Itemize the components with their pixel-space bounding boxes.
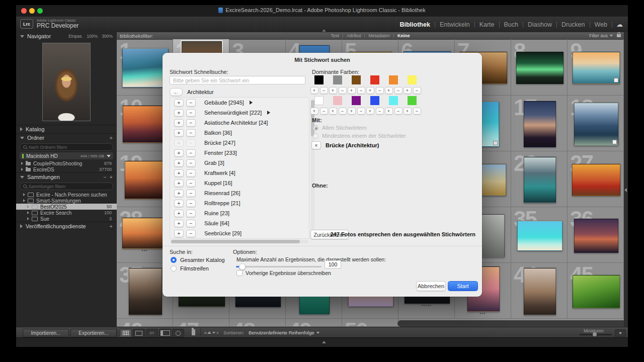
keyword-expand-icon[interactable] xyxy=(250,101,253,105)
filter-option-keine[interactable]: Keine xyxy=(394,33,414,38)
keyword-label[interactable]: Säule [64] xyxy=(204,220,229,226)
right-panel-collapsed[interactable] xyxy=(624,32,628,327)
painter-spray-icon[interactable] xyxy=(192,329,195,335)
color-swatch-2-4[interactable] xyxy=(389,96,398,105)
color-swatch-2-5[interactable] xyxy=(408,96,417,105)
keyword-label[interactable]: Kuppel [16] xyxy=(204,180,232,186)
add-collection-icon[interactable]: + xyxy=(110,174,113,180)
grid-cell-46[interactable]: 46 xyxy=(117,319,173,327)
radio-any-keyword[interactable]: Mindestens einem der Stichwörter xyxy=(313,133,406,139)
expand-triangle-icon[interactable] xyxy=(21,162,23,165)
keyword-exclude-button[interactable]: − xyxy=(186,230,196,237)
max-results-slider[interactable] xyxy=(236,266,321,267)
expand-triangle-icon[interactable] xyxy=(27,217,29,220)
filmstrip-expand-icon[interactable] xyxy=(322,341,326,343)
remove-keyword-button[interactable]: × xyxy=(311,141,321,149)
color-swatch-1-0[interactable] xyxy=(314,75,324,84)
keyword-exclude-button[interactable]: − xyxy=(186,149,196,157)
cancel-button[interactable]: Abbrechen xyxy=(416,281,446,291)
photo-thumbnail[interactable] xyxy=(129,268,162,315)
keyword-exclude-button[interactable]: − xyxy=(186,119,196,127)
keyword-exclude-button[interactable]: − xyxy=(186,99,196,107)
grid-cell-48[interactable]: 48 xyxy=(229,319,286,327)
filter-option-text[interactable]: Text xyxy=(327,33,343,38)
color-exclude-button[interactable]: − xyxy=(339,108,347,115)
grid-cell-50[interactable]: 50 xyxy=(342,319,398,327)
grid-cell-44[interactable]: 44 xyxy=(511,263,568,319)
katalog-panel-header[interactable]: Katalog xyxy=(16,125,117,133)
color-swatch-1-5[interactable] xyxy=(408,75,417,84)
module-drucken[interactable]: Drucken xyxy=(557,21,590,28)
grid-cell-27[interactable]: 27 xyxy=(568,151,624,207)
keyword-label[interactable]: Balkon [36] xyxy=(204,130,232,136)
keyword-add-button[interactable]: + xyxy=(174,220,184,227)
color-exclude-button[interactable]: − xyxy=(376,108,384,115)
photo-thumbnail[interactable] xyxy=(122,48,169,87)
grid-cell-9[interactable]: 9 xyxy=(568,39,624,96)
module-web[interactable]: Web xyxy=(590,21,612,28)
keyword-exclude-button[interactable]: − xyxy=(186,109,196,117)
collection-row[interactable]: BestOf202550 xyxy=(16,204,117,210)
color-swatch-2-3[interactable] xyxy=(370,96,379,105)
keyword-add-button[interactable]: + xyxy=(174,210,184,217)
max-results-input[interactable]: 100 xyxy=(325,260,341,268)
color-exclude-button[interactable]: − xyxy=(357,108,365,115)
sort-direction-icon[interactable]: az xyxy=(204,330,218,335)
color-add-button[interactable]: + xyxy=(385,87,393,94)
folder-row[interactable]: CouplePhotoShooting879 xyxy=(16,160,117,166)
expand-triangle-icon[interactable] xyxy=(23,193,25,196)
add-service-icon[interactable]: + xyxy=(110,223,113,229)
remove-collection-icon[interactable]: − xyxy=(103,174,106,180)
keyword-add-button[interactable]: + xyxy=(174,129,184,137)
filter-lock-icon[interactable] xyxy=(617,34,621,37)
navigator-zoom-100[interactable]: 100% xyxy=(87,34,98,39)
photo-thumbnail[interactable] xyxy=(524,157,556,203)
grid-cell-18[interactable]: 18 xyxy=(568,96,624,151)
keyword-add-button[interactable]: + xyxy=(174,169,184,177)
grid-cell-47[interactable]: 47 xyxy=(173,319,229,327)
keyword-list-horizontal-scrollbar[interactable] xyxy=(171,240,308,243)
color-exclude-button[interactable]: − xyxy=(394,87,403,94)
color-exclude-button[interactable]: − xyxy=(413,108,421,115)
grid-cell-26[interactable]: 26 xyxy=(511,151,568,207)
module-karte[interactable]: Karte xyxy=(475,21,499,28)
expand-triangle-icon[interactable] xyxy=(23,199,25,202)
keyword-label[interactable]: Asiatische Architektur [24] xyxy=(204,120,268,126)
filter-option-attribut[interactable]: Attribut xyxy=(343,33,365,38)
thumbnail-badge-icon[interactable] xyxy=(612,140,617,144)
color-exclude-button[interactable]: − xyxy=(376,87,384,94)
keyword-add-button[interactable]: + xyxy=(174,159,184,167)
photo-thumbnail[interactable] xyxy=(123,106,168,143)
color-swatch-1-1[interactable] xyxy=(333,75,342,84)
keyword-exclude-button[interactable]: − xyxy=(186,220,196,227)
navigator-zoom-300[interactable]: 300% xyxy=(102,34,113,39)
module-diashow[interactable]: Diashow xyxy=(523,21,556,28)
keyword-exclude-button[interactable]: − xyxy=(186,169,196,177)
start-button[interactable]: Start xyxy=(448,281,478,291)
keyword-quick-search-input[interactable]: Bitte geben Sie ein Stichwort ein xyxy=(170,76,305,84)
photo-thumbnail[interactable] xyxy=(574,219,618,253)
grid-scrollbar[interactable] xyxy=(397,320,624,327)
collection-row[interactable]: Excire - Nach Personen suchen xyxy=(16,192,117,198)
right-panel-expand-icon[interactable] xyxy=(624,188,627,192)
color-exclude-button[interactable]: − xyxy=(320,108,328,115)
grid-cell-35[interactable]: 35 xyxy=(511,207,568,263)
color-exclude-button[interactable]: − xyxy=(413,87,421,94)
slider-knob[interactable] xyxy=(239,263,246,270)
grid-cell-36[interactable]: 36 xyxy=(568,207,624,263)
collection-row[interactable]: Smart-Sammlungen xyxy=(16,198,117,204)
photo-thumbnail[interactable] xyxy=(516,52,564,84)
keyword-add-button[interactable]: + xyxy=(174,230,184,237)
navigator-zoom-Einpas[interactable]: Einpas. xyxy=(68,34,83,39)
cloud-sync-icon[interactable]: ☁ xyxy=(612,21,623,28)
color-add-button[interactable]: + xyxy=(329,87,337,94)
ordner-panel-header[interactable]: Ordner + xyxy=(16,133,117,142)
photo-thumbnail[interactable] xyxy=(573,275,620,308)
expand-triangle-icon[interactable] xyxy=(21,168,23,171)
color-add-button[interactable]: + xyxy=(348,87,356,94)
color-add-button[interactable]: + xyxy=(404,108,412,115)
color-add-button[interactable]: + xyxy=(404,87,412,94)
keyword-label[interactable]: Ruine [23] xyxy=(204,210,229,216)
photo-thumbnail[interactable] xyxy=(573,52,620,84)
color-swatch-2-0[interactable] xyxy=(314,96,324,105)
